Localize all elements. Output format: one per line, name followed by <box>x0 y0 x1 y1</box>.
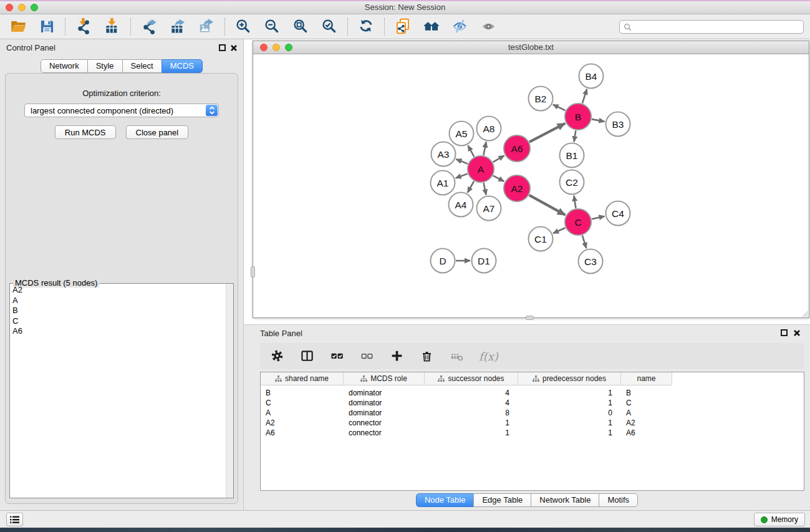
zoom-in-button[interactable] <box>234 17 253 36</box>
result-item[interactable]: A6 <box>12 326 224 337</box>
node-C4[interactable]: C4 <box>606 201 630 226</box>
mcds-result-list[interactable]: A2ABCA6 <box>12 285 224 496</box>
edge-A-A8[interactable] <box>483 142 486 155</box>
resize-grip[interactable] <box>800 309 809 317</box>
edge-A2-C[interactable] <box>529 195 566 215</box>
show-graphics-details-button[interactable] <box>480 17 498 36</box>
node-A5[interactable]: A5 <box>450 122 474 146</box>
nested-network-home-button[interactable] <box>422 17 441 36</box>
tab-network[interactable]: Network <box>41 59 88 73</box>
node-D[interactable]: D <box>431 249 455 273</box>
save-session-button[interactable] <box>37 17 56 36</box>
table-row[interactable]: Bdominator41B <box>261 388 804 398</box>
node-C1[interactable]: C1 <box>529 227 553 251</box>
import-table-button[interactable] <box>103 17 122 36</box>
edge-A-A6[interactable] <box>493 156 504 162</box>
network-window-titlebar[interactable]: testGlobe.txt <box>253 41 809 54</box>
unselect-all-button[interactable] <box>359 348 375 364</box>
tab-select[interactable]: Select <box>122 59 162 73</box>
network-canvas[interactable]: B4 B2 B B3 A8 A5 A6 A3 B1 A C2 A1 A2 <box>253 55 809 317</box>
task-history-button[interactable] <box>6 513 23 526</box>
close-panel-button[interactable]: Close panel <box>126 125 189 139</box>
float-panel-icon[interactable] <box>219 44 226 51</box>
edge-C-C3[interactable] <box>582 235 587 248</box>
hide-graphics-details-button[interactable] <box>451 17 470 36</box>
result-item[interactable]: C <box>12 316 224 327</box>
edge-A-A4[interactable] <box>468 181 474 193</box>
split-panel-button[interactable] <box>299 348 316 364</box>
table-row[interactable]: Adominator80A <box>261 408 804 418</box>
result-scrollbar[interactable] <box>226 284 233 498</box>
node-B4[interactable]: B4 <box>579 64 604 89</box>
edge-A-A7[interactable] <box>484 183 486 195</box>
edge-A-A1[interactable] <box>456 174 468 178</box>
table-close-icon[interactable] <box>793 329 801 337</box>
edge-A-A2[interactable] <box>493 176 504 181</box>
node-B[interactable]: B <box>565 104 591 130</box>
column-header-shared-name[interactable]: shared name <box>261 372 344 385</box>
table-row[interactable]: Cdominator41C <box>261 398 804 408</box>
delete-table-disabled-button[interactable] <box>449 348 465 364</box>
zoom-selected-button[interactable] <box>320 17 339 36</box>
table-float-icon[interactable] <box>781 329 788 336</box>
import-network-button[interactable] <box>74 17 93 36</box>
edge-C-C2[interactable] <box>574 196 576 208</box>
edge-B-B2[interactable] <box>553 105 566 111</box>
column-header-MCDS-role[interactable]: MCDS role <box>344 372 425 385</box>
table-tab-edge-table[interactable]: Edge Table <box>473 493 531 507</box>
result-item[interactable]: B <box>12 306 224 316</box>
result-item[interactable]: A <box>12 296 224 306</box>
select-all-button[interactable] <box>329 348 345 364</box>
table-row[interactable]: A2connector11A2 <box>261 418 804 428</box>
function-builder-button[interactable]: f(x) <box>479 350 498 363</box>
node-B2[interactable]: B2 <box>529 87 553 111</box>
node-A6[interactable]: A6 <box>504 135 530 162</box>
node-D1[interactable]: D1 <box>472 249 496 273</box>
tab-mcds[interactable]: MCDS <box>162 59 203 73</box>
node-A2[interactable]: A2 <box>504 175 530 201</box>
node-B3[interactable]: B3 <box>606 112 630 137</box>
table-tab-node-table[interactable]: Node Table <box>416 493 475 507</box>
edge-C-C4[interactable] <box>592 216 605 220</box>
node-B1[interactable]: B1 <box>560 143 584 168</box>
table-tab-motifs[interactable]: Motifs <box>599 493 638 507</box>
edge-C-C1[interactable] <box>553 228 565 233</box>
open-session-button[interactable] <box>9 17 27 36</box>
node-A[interactable]: A <box>468 156 494 182</box>
column-header-name[interactable]: name <box>621 372 672 385</box>
delete-entry-button[interactable] <box>419 348 435 364</box>
node-A7[interactable]: A7 <box>477 196 501 221</box>
criterion-dropdown[interactable]: largest connected component (directed) <box>24 104 219 117</box>
table-tab-network-table[interactable]: Network Table <box>531 493 599 507</box>
edge-A-A5[interactable] <box>468 145 475 157</box>
edge-B-B4[interactable] <box>582 89 587 104</box>
node-C3[interactable]: C3 <box>579 249 603 274</box>
network-graph[interactable]: B4 B2 B B3 A8 A5 A6 A3 B1 A C2 A1 A2 <box>253 55 809 318</box>
node-A1[interactable]: A1 <box>431 171 455 195</box>
settings-gear-button[interactable] <box>269 348 286 364</box>
node-A3[interactable]: A3 <box>432 142 456 167</box>
export-table-button[interactable] <box>168 17 187 36</box>
refresh-layout-button[interactable] <box>357 17 375 36</box>
close-panel-icon[interactable] <box>230 44 238 52</box>
export-network-button[interactable] <box>140 17 158 36</box>
node-A4[interactable]: A4 <box>449 193 473 217</box>
edge-A6-B[interactable] <box>529 123 565 142</box>
memory-button[interactable]: Memory <box>754 513 805 526</box>
add-entry-button[interactable] <box>389 348 405 364</box>
zoom-fit-button[interactable] <box>291 17 310 36</box>
node-C[interactable]: C <box>565 209 591 235</box>
search-box[interactable] <box>619 20 804 34</box>
tab-style[interactable]: Style <box>87 59 123 73</box>
node-A8[interactable]: A8 <box>477 117 501 141</box>
table-row[interactable]: A6connector11A6 <box>261 428 804 438</box>
result-item[interactable]: A2 <box>12 285 224 296</box>
zoom-out-button[interactable] <box>263 17 281 36</box>
export-image-button[interactable] <box>197 17 216 36</box>
column-header-predecessor-nodes[interactable]: predecessor nodes <box>518 372 621 385</box>
duplicate-network-button[interactable] <box>393 17 412 36</box>
edge-B-B3[interactable] <box>592 119 604 122</box>
horizontal-scroll-thumb[interactable] <box>526 316 534 320</box>
node-C2[interactable]: C2 <box>560 170 584 195</box>
column-header-successor-nodes[interactable]: successor nodes <box>425 372 518 385</box>
